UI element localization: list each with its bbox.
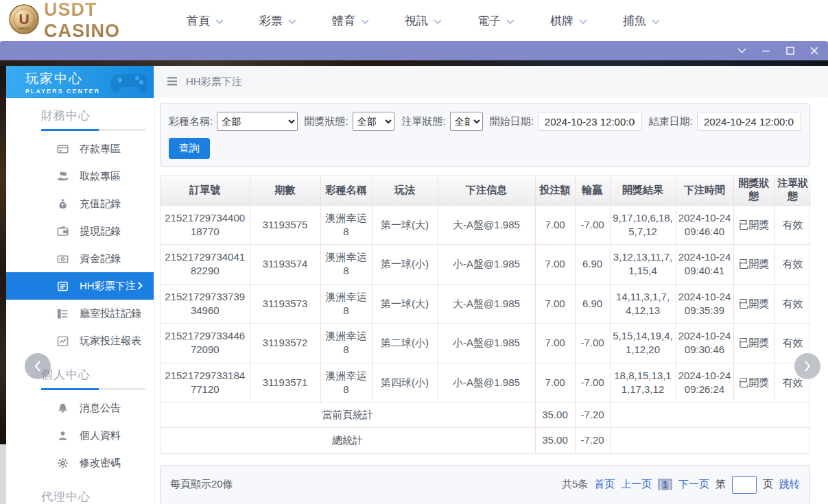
table-cell: 7.00: [535, 205, 575, 245]
site-logo[interactable]: U casino USDT CASINO: [8, 0, 171, 42]
nav-item[interactable]: 棋牌: [550, 13, 587, 29]
table-cell: -7.00: [575, 324, 610, 363]
column-header: 投注額: [535, 176, 575, 205]
page-jump-input[interactable]: [732, 476, 757, 494]
table-cell: 澳洲幸运8: [320, 324, 372, 363]
nav-item[interactable]: 捕魚: [623, 13, 660, 29]
table-cell: 2024-10-24 09:35:39: [676, 284, 733, 324]
table-cell: 澳洲幸运8: [320, 284, 372, 324]
table-cell: 2152172973344672090: [161, 324, 250, 363]
table-cell: 已開獎: [733, 324, 774, 363]
page-number-suffix: 页: [763, 478, 773, 491]
chevron-down-icon: [434, 14, 442, 27]
jump-link[interactable]: 跳转: [779, 478, 800, 491]
end-date-input[interactable]: [697, 112, 801, 131]
sidebar-item[interactable]: 取款專區: [6, 163, 154, 190]
sidebar: 玩家中心 PLAYERS CENTER 財務中心存款專區取款專區充值記錄提現記錄…: [6, 66, 154, 504]
section-divider: [41, 129, 145, 131]
nav-item-label: 首頁: [187, 13, 210, 29]
table-cell: 2152172973440018770: [161, 205, 250, 245]
sidebar-section-label: 代理中心: [6, 479, 154, 504]
table-cell: 有效: [774, 284, 811, 324]
lottery-ticket-icon: [56, 280, 69, 292]
table-cell: 有效: [774, 245, 811, 285]
start-date-input[interactable]: [538, 112, 642, 131]
sidebar-item[interactable]: HH彩票下注: [6, 272, 154, 300]
next-page-link[interactable]: 下一页: [678, 478, 709, 491]
table-cell: 有效: [774, 205, 811, 245]
table-cell: 31193572: [250, 324, 320, 363]
sidebar-item[interactable]: 個人資料: [6, 422, 154, 449]
table-cell: 小-A盤@1.985: [438, 245, 535, 285]
table-cell: 5,15,14,19,4,1,12,20: [610, 324, 676, 363]
current-page-indicator[interactable]: 1: [658, 479, 672, 490]
table-cell: 澳洲幸运8: [320, 205, 372, 245]
wallet-icon: [56, 225, 69, 237]
query-button[interactable]: 查詢: [169, 138, 210, 159]
table-cell: 2152172973318477120: [161, 363, 250, 403]
table-cell: 31193571: [250, 363, 320, 403]
table-cell: 大-A盤@1.985: [438, 205, 535, 245]
table-cell: 9,17,10,6,18,5,7,12: [610, 205, 676, 245]
table-cell: 31193575: [250, 205, 320, 245]
lottery-name-select[interactable]: 全部: [217, 112, 297, 131]
table-cell: 澳洲幸运8: [320, 363, 372, 403]
chevron-right-icon: [137, 280, 143, 292]
table-cell: 31193574: [250, 245, 320, 285]
chevron-down-icon: [579, 14, 587, 27]
player-center-window: 玩家中心 PLAYERS CENTER 財務中心存款專區取款專區充值記錄提現記錄…: [6, 66, 828, 504]
summary-row: 當前頁統計35.00-7.20: [161, 403, 811, 428]
table-cell: 第一球(大): [372, 205, 438, 245]
column-header: 輸贏: [575, 176, 610, 205]
sidebar-item[interactable]: 提現記錄: [6, 217, 154, 245]
nav-item-label: 棋牌: [550, 13, 573, 29]
table-header-row: 訂單號期數彩種名稱玩法下注信息投注額輸贏開獎結果下注時間開獎狀態注單狀態: [161, 176, 811, 205]
window-minimize-icon[interactable]: [761, 46, 771, 56]
order-status-select[interactable]: 全部: [450, 112, 483, 131]
sidebar-item[interactable]: 消息公告: [6, 394, 154, 422]
sidebar-item-label: 提現記錄: [80, 225, 121, 238]
column-header: 下注時間: [676, 176, 733, 205]
prev-page-link[interactable]: 上一页: [621, 478, 652, 491]
window-maximize-icon[interactable]: [785, 46, 795, 56]
table-cell: 第四球(小): [372, 363, 438, 403]
sidebar-item[interactable]: 廳室投註記錄: [6, 300, 154, 327]
nav-item[interactable]: 首頁: [187, 13, 224, 29]
section-divider: [41, 388, 145, 390]
summary-win-loss: -7.20: [575, 428, 610, 453]
column-header: 開獎狀態: [733, 176, 774, 205]
sidebar-item[interactable]: 修改密碼: [6, 449, 154, 477]
menu-icon[interactable]: [167, 76, 178, 88]
table-cell: -7.00: [575, 205, 610, 245]
sidebar-item-label: 取款專區: [80, 170, 121, 183]
summary-empty: [610, 428, 811, 453]
nav-item[interactable]: 體育: [332, 13, 369, 29]
sidebar-item-label: 個人資料: [80, 429, 121, 442]
sidebar-item[interactable]: 玩家投注報表: [6, 327, 154, 355]
nav-item[interactable]: 彩票: [259, 13, 296, 29]
nav-item[interactable]: 視訊: [405, 13, 442, 29]
sidebar-item[interactable]: 存款專區: [6, 135, 154, 163]
chevron-down-icon: [506, 14, 514, 27]
start-date-label: 開始日期:: [490, 115, 534, 128]
first-page-link[interactable]: 首页: [594, 478, 615, 491]
chevron-down-icon: [288, 14, 296, 27]
table-cell: 第二球(小): [372, 324, 438, 363]
total-records-label: 共5条: [562, 478, 588, 491]
table-cell: 2152172973404182290: [161, 245, 250, 285]
sidebar-item[interactable]: 資金記錄: [6, 245, 154, 272]
scroll-right-button[interactable]: [794, 353, 820, 379]
window-close-icon[interactable]: [809, 46, 819, 56]
nav-item[interactable]: 電子: [477, 13, 514, 29]
table-cell: 2024-10-24 09:46:40: [676, 205, 733, 245]
table-row: 215217297344001877031193575澳洲幸运8第一球(大)大-…: [161, 205, 811, 245]
window-dropdown-icon[interactable]: [737, 46, 747, 56]
column-header: 開獎結果: [610, 176, 676, 205]
table-cell: 大-A盤@1.985: [438, 284, 535, 324]
summary-empty: [610, 403, 811, 428]
background-left-strip-bottom: [0, 444, 6, 504]
sidebar-item[interactable]: 充值記錄: [6, 190, 154, 217]
money-bag-icon: [56, 197, 69, 210]
sidebar-collapse-button[interactable]: [25, 353, 51, 379]
draw-status-select[interactable]: 全部: [353, 112, 395, 131]
